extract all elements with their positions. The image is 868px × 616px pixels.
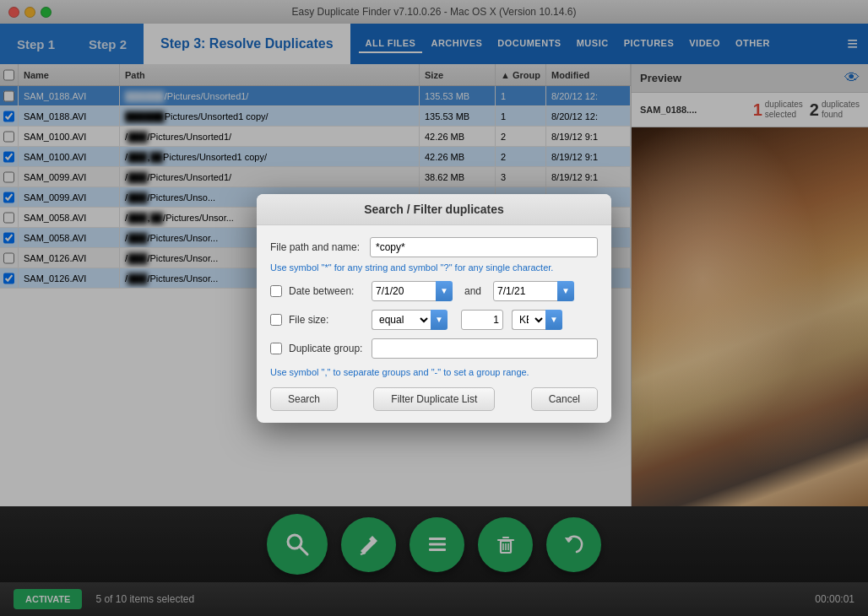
file-size-value-input[interactable]	[461, 310, 503, 330]
date-between-label: Date between:	[289, 285, 365, 297]
date-from-input[interactable]	[372, 281, 439, 301]
file-size-row: File size: equal less than greater than …	[270, 310, 598, 330]
date-between-checkbox[interactable]	[270, 285, 282, 297]
duplicate-group-label: Duplicate group:	[289, 343, 365, 354]
file-size-label: File size:	[289, 314, 365, 326]
file-size-unit-select[interactable]: KB MB GB	[512, 310, 545, 330]
date-to-input[interactable]	[493, 281, 561, 301]
filepath-hint: Use symbol "*" for any string and symbol…	[270, 262, 598, 273]
modal-body: File path and name: Use symbol "*" for a…	[257, 225, 611, 423]
cancel-button[interactable]: Cancel	[531, 387, 598, 411]
file-size-condition-select[interactable]: equal less than greater than	[372, 310, 431, 330]
file-size-checkbox[interactable]	[270, 314, 282, 326]
filepath-label: File path and name:	[270, 241, 363, 253]
date-from-dropdown[interactable]: ▼	[436, 281, 453, 301]
and-text: and	[464, 285, 481, 297]
date-to-dropdown[interactable]: ▼	[557, 281, 574, 301]
duplicate-group-input[interactable]	[372, 338, 598, 359]
filesize-unit-dropdown[interactable]: ▼	[545, 310, 562, 330]
filter-button[interactable]: Filter Duplicate List	[373, 387, 495, 411]
search-button[interactable]: Search	[270, 387, 338, 411]
modal-buttons: Search Filter Duplicate List Cancel	[270, 387, 598, 411]
date-between-row: Date between: ▼ and ▼	[270, 281, 598, 301]
duplicate-group-checkbox[interactable]	[270, 343, 282, 354]
duplicate-group-hint: Use symbol "," to separate groups and "-…	[270, 367, 598, 377]
filesize-condition-dropdown[interactable]: ▼	[431, 310, 448, 330]
modal-title: Search / Filter duplicates	[257, 194, 611, 225]
search-filter-modal: Search / Filter duplicates File path and…	[257, 194, 611, 423]
filepath-input[interactable]	[370, 237, 598, 257]
filepath-row: File path and name:	[270, 237, 598, 257]
modal-overlay[interactable]: Search / Filter duplicates File path and…	[0, 0, 868, 616]
duplicate-group-row: Duplicate group:	[270, 338, 598, 359]
